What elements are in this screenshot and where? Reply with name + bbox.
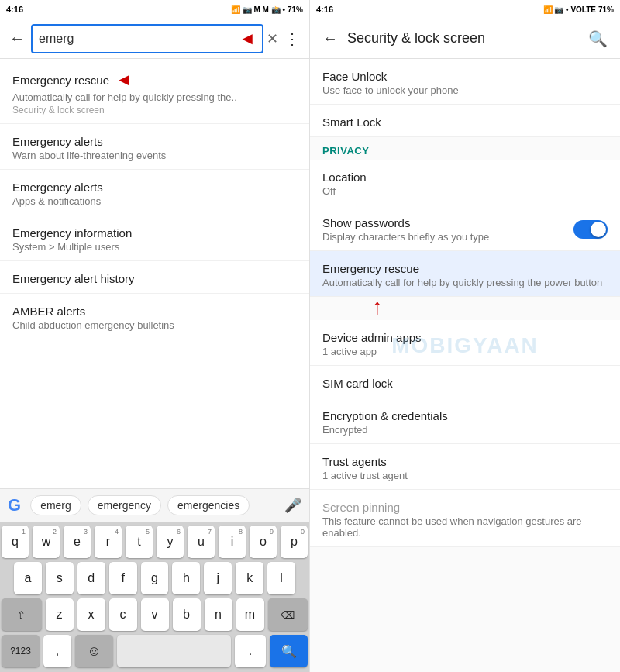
mic-icon[interactable]: 🎤: [284, 497, 301, 514]
settings-item-title: Trust agents: [322, 455, 608, 468]
settings-item-smart-lock[interactable]: Smart Lock: [310, 105, 620, 137]
key-d[interactable]: d: [78, 562, 105, 594]
keyboard-row-4: ?123 , ☺ . 🔍: [2, 635, 308, 667]
list-item[interactable]: Emergency alerts Apps & notifications: [0, 170, 309, 215]
key-space[interactable]: [117, 635, 231, 667]
time-left: 4:16: [6, 5, 23, 14]
key-symbols[interactable]: ?123: [2, 635, 40, 667]
key-j[interactable]: j: [204, 562, 232, 594]
result-title: Emergency alert history: [12, 272, 297, 285]
result-title: Emergency information: [12, 226, 297, 240]
settings-item-title: SIM card lock: [322, 377, 608, 390]
key-v[interactable]: v: [141, 598, 169, 631]
key-m[interactable]: m: [236, 598, 264, 631]
status-bar-left: 4:16 📶 📷 M M 📸 • 71%: [0, 0, 310, 19]
back-button[interactable]: ←: [9, 29, 25, 47]
suggestion-chip-1[interactable]: emerg: [30, 495, 81, 515]
key-l[interactable]: l: [267, 562, 295, 594]
suggestion-chip-2[interactable]: emergency: [88, 495, 161, 515]
key-period[interactable]: .: [235, 635, 266, 667]
key-u[interactable]: u7: [188, 526, 215, 558]
key-comma[interactable]: ,: [43, 635, 71, 667]
key-p[interactable]: p0: [281, 526, 308, 558]
section-label-privacy: PRIVACY: [310, 137, 620, 160]
key-c[interactable]: c: [109, 598, 137, 631]
status-bar-right: 4:16 📶 📷 • VOLTE 71%: [310, 0, 620, 19]
key-r[interactable]: r4: [95, 526, 122, 558]
settings-item-trust-agents[interactable]: Trust agents 1 active trust agent: [310, 444, 620, 490]
settings-item-encryption[interactable]: Encryption & credentials Encrypted: [310, 398, 620, 444]
key-e[interactable]: e3: [64, 526, 91, 558]
settings-item-desc: Display characters briefly as you type: [322, 231, 574, 243]
key-i[interactable]: i8: [219, 526, 246, 558]
search-input-container: ◄: [31, 24, 264, 53]
annotation-arrow-3: ↑: [372, 295, 383, 319]
settings-item-title: Emergency rescue: [322, 262, 608, 275]
key-n[interactable]: n: [205, 598, 232, 631]
key-a[interactable]: a: [14, 562, 42, 594]
settings-item-desc: Use face to unlock your phone: [322, 84, 608, 96]
settings-item-device-admin[interactable]: Device admin apps 1 active app: [310, 320, 620, 366]
settings-item-title: Encryption & credentials: [322, 409, 608, 422]
settings-item-desc: Encrypted: [322, 424, 608, 436]
signal-icons-right: 📶 📷 • VOLTE: [543, 5, 596, 14]
search-input[interactable]: [39, 32, 236, 46]
more-options-button[interactable]: ⋮: [284, 29, 300, 48]
search-results: Emergency rescue ◄ Automatically call fo…: [0, 59, 309, 488]
clear-button[interactable]: ✕: [267, 30, 278, 47]
key-search[interactable]: 🔍: [270, 635, 308, 667]
settings-item-location[interactable]: Location Off: [310, 160, 620, 205]
settings-item-sim-lock[interactable]: SIM card lock: [310, 366, 620, 398]
key-o[interactable]: o9: [250, 526, 277, 558]
result-title: AMBER alerts: [12, 305, 297, 318]
result-title: Emergency alerts: [12, 181, 297, 194]
key-y[interactable]: y6: [157, 526, 184, 558]
settings-item-show-passwords[interactable]: Show passwords Display characters briefl…: [310, 205, 620, 251]
keyboard-row-3: ⇧ z x c v b n m ⌫: [2, 598, 308, 631]
key-b[interactable]: b: [173, 598, 201, 631]
search-bar: ← ◄ ✕ ⋮: [0, 19, 309, 59]
right-search-button[interactable]: 🔍: [588, 29, 608, 48]
settings-item-desc: 1 active trust agent: [322, 470, 608, 481]
key-x[interactable]: x: [78, 598, 105, 631]
annotation-arrow-2: ◄: [115, 70, 133, 90]
key-h[interactable]: h: [172, 562, 200, 594]
settings-item-title: Show passwords: [322, 216, 574, 229]
key-emoji[interactable]: ☺: [75, 635, 113, 667]
list-item[interactable]: Emergency information System > Multiple …: [0, 215, 309, 261]
settings-item-face-unlock[interactable]: Face Unlock Use face to unlock your phon…: [310, 59, 620, 105]
key-q[interactable]: q1: [2, 526, 29, 558]
settings-item-screen-pinning[interactable]: Screen pinning This feature cannot be us…: [310, 490, 620, 547]
key-g[interactable]: g: [141, 562, 169, 594]
result-source: Security & lock screen: [12, 105, 237, 115]
key-s[interactable]: s: [46, 562, 74, 594]
settings-item-emergency-rescue[interactable]: Emergency rescue Automatically call for …: [310, 251, 620, 297]
key-backspace[interactable]: ⌫: [268, 598, 308, 631]
list-item[interactable]: Emergency alerts Warn about life-threate…: [0, 124, 309, 170]
result-desc: Child abduction emergency bulletins: [12, 319, 297, 331]
right-header: ← Security & lock screen 🔍: [310, 19, 620, 59]
key-t[interactable]: t5: [126, 526, 153, 558]
signal-icons-left: 📶 📷 M M 📸 •: [231, 5, 285, 14]
settings-item-title: Device admin apps: [322, 331, 608, 344]
key-shift[interactable]: ⇧: [2, 598, 42, 631]
keyboard-row-2: a s d f g h j k l: [2, 562, 308, 594]
list-item[interactable]: Emergency alert history: [0, 261, 309, 294]
suggestion-chip-3[interactable]: emergencies: [167, 495, 250, 515]
annotation-arrow-1: ◄: [239, 29, 256, 49]
right-back-button[interactable]: ←: [322, 29, 338, 47]
list-item[interactable]: AMBER alerts Child abduction emergency b…: [0, 294, 309, 339]
right-content: Face Unlock Use face to unlock your phon…: [310, 59, 620, 672]
key-z[interactable]: z: [46, 598, 74, 631]
key-w[interactable]: w2: [33, 526, 60, 558]
result-desc: Apps & notifications: [12, 195, 297, 207]
list-item[interactable]: Emergency rescue ◄ Automatically call fo…: [0, 59, 309, 124]
settings-item-desc: 1 active app: [322, 346, 608, 357]
toggle-show-passwords[interactable]: [574, 220, 608, 239]
settings-item-desc: This feature cannot be used when navigat…: [322, 515, 608, 539]
key-f[interactable]: f: [109, 562, 137, 594]
right-panel-title: Security & lock screen: [347, 30, 588, 47]
settings-item-desc: Automatically call for help by quickly p…: [322, 277, 608, 288]
key-k[interactable]: k: [236, 562, 264, 594]
settings-item-title: Face Unlock: [322, 70, 608, 83]
